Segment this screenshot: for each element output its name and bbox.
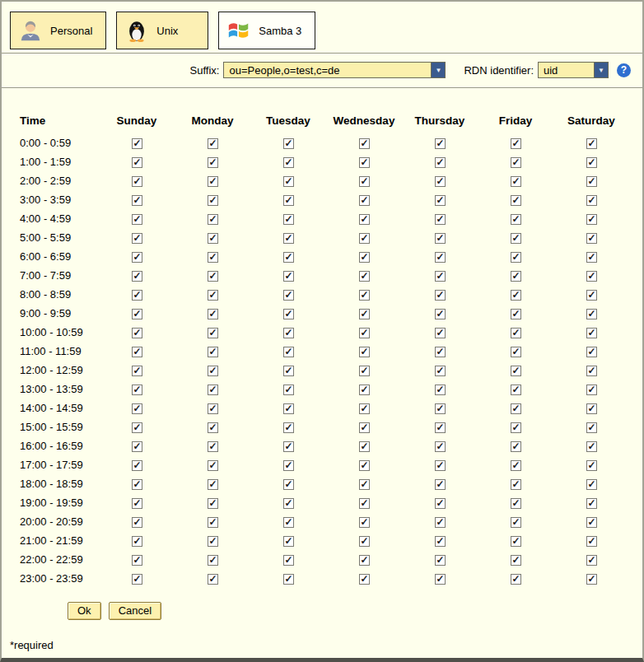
checkbox-sunday[interactable] <box>132 555 142 566</box>
checkbox-sunday[interactable] <box>132 441 142 452</box>
checkbox-saturday[interactable] <box>586 252 597 263</box>
checkbox-thursday[interactable] <box>435 328 446 338</box>
checkbox-sunday[interactable] <box>132 498 142 509</box>
checkbox-sunday[interactable] <box>132 195 142 206</box>
checkbox-friday[interactable] <box>511 422 521 433</box>
checkbox-monday[interactable] <box>208 195 218 206</box>
checkbox-wednesday[interactable] <box>359 555 370 566</box>
checkbox-wednesday[interactable] <box>359 517 370 528</box>
checkbox-sunday[interactable] <box>132 214 142 225</box>
checkbox-monday[interactable] <box>208 138 218 149</box>
checkbox-tuesday[interactable] <box>283 555 294 566</box>
checkbox-wednesday[interactable] <box>359 195 370 206</box>
checkbox-saturday[interactable] <box>586 290 597 301</box>
dropdown-arrow-icon[interactable]: ▼ <box>594 63 608 77</box>
checkbox-thursday[interactable] <box>435 157 446 168</box>
checkbox-tuesday[interactable] <box>283 233 294 244</box>
checkbox-saturday[interactable] <box>586 309 597 319</box>
checkbox-wednesday[interactable] <box>359 157 370 168</box>
checkbox-wednesday[interactable] <box>359 233 370 244</box>
checkbox-tuesday[interactable] <box>283 252 294 263</box>
checkbox-wednesday[interactable] <box>359 176 370 187</box>
checkbox-sunday[interactable] <box>132 138 142 149</box>
checkbox-monday[interactable] <box>208 233 218 244</box>
checkbox-saturday[interactable] <box>586 555 597 566</box>
checkbox-monday[interactable] <box>208 347 218 357</box>
checkbox-sunday[interactable] <box>132 271 142 282</box>
checkbox-friday[interactable] <box>511 233 521 244</box>
checkbox-saturday[interactable] <box>586 271 597 282</box>
checkbox-thursday[interactable] <box>435 460 446 471</box>
checkbox-thursday[interactable] <box>435 176 446 187</box>
checkbox-tuesday[interactable] <box>283 479 294 490</box>
checkbox-saturday[interactable] <box>586 460 597 471</box>
checkbox-saturday[interactable] <box>586 517 597 528</box>
checkbox-saturday[interactable] <box>586 233 597 244</box>
checkbox-friday[interactable] <box>511 195 521 206</box>
checkbox-saturday[interactable] <box>586 536 597 547</box>
checkbox-wednesday[interactable] <box>359 385 370 395</box>
checkbox-thursday[interactable] <box>435 555 446 566</box>
tab-unix[interactable]: Unix <box>116 12 208 49</box>
checkbox-monday[interactable] <box>208 271 218 282</box>
checkbox-tuesday[interactable] <box>283 460 294 471</box>
checkbox-friday[interactable] <box>511 157 521 168</box>
cancel-button[interactable]: Cancel <box>109 602 161 620</box>
checkbox-sunday[interactable] <box>132 366 142 376</box>
checkbox-friday[interactable] <box>511 252 521 263</box>
checkbox-friday[interactable] <box>511 403 521 414</box>
checkbox-saturday[interactable] <box>586 328 597 338</box>
checkbox-friday[interactable] <box>511 290 521 301</box>
checkbox-tuesday[interactable] <box>283 309 294 319</box>
checkbox-saturday[interactable] <box>586 574 597 585</box>
checkbox-thursday[interactable] <box>435 214 446 225</box>
checkbox-thursday[interactable] <box>435 517 446 528</box>
help-icon[interactable]: ? <box>617 63 631 77</box>
checkbox-friday[interactable] <box>511 498 521 509</box>
checkbox-thursday[interactable] <box>435 290 446 301</box>
checkbox-thursday[interactable] <box>435 536 446 547</box>
checkbox-friday[interactable] <box>511 328 521 338</box>
checkbox-wednesday[interactable] <box>359 574 370 585</box>
checkbox-friday[interactable] <box>511 460 521 471</box>
checkbox-wednesday[interactable] <box>359 214 370 225</box>
tab-samba3[interactable]: Samba 3 <box>218 12 315 49</box>
checkbox-wednesday[interactable] <box>359 138 370 149</box>
checkbox-sunday[interactable] <box>132 176 142 187</box>
checkbox-sunday[interactable] <box>132 252 142 263</box>
checkbox-tuesday[interactable] <box>283 195 294 206</box>
checkbox-thursday[interactable] <box>435 347 446 357</box>
checkbox-sunday[interactable] <box>132 422 142 433</box>
checkbox-friday[interactable] <box>511 271 521 282</box>
checkbox-sunday[interactable] <box>132 403 142 414</box>
checkbox-saturday[interactable] <box>586 138 597 149</box>
checkbox-monday[interactable] <box>208 403 218 414</box>
checkbox-saturday[interactable] <box>586 195 597 206</box>
checkbox-friday[interactable] <box>511 555 521 566</box>
checkbox-friday[interactable] <box>511 176 521 187</box>
checkbox-saturday[interactable] <box>586 479 597 490</box>
checkbox-wednesday[interactable] <box>359 441 370 452</box>
checkbox-tuesday[interactable] <box>283 366 294 376</box>
checkbox-wednesday[interactable] <box>359 403 370 414</box>
rdn-identifier-select[interactable]: uid ▼ <box>538 62 609 78</box>
checkbox-friday[interactable] <box>511 441 521 452</box>
checkbox-thursday[interactable] <box>435 309 446 319</box>
checkbox-tuesday[interactable] <box>283 328 294 338</box>
checkbox-sunday[interactable] <box>132 460 142 471</box>
ok-button[interactable]: Ok <box>68 602 101 620</box>
checkbox-tuesday[interactable] <box>283 176 294 187</box>
checkbox-monday[interactable] <box>208 328 218 338</box>
checkbox-wednesday[interactable] <box>359 479 370 490</box>
checkbox-sunday[interactable] <box>132 347 142 357</box>
checkbox-thursday[interactable] <box>435 252 446 263</box>
checkbox-friday[interactable] <box>511 385 521 395</box>
checkbox-friday[interactable] <box>511 366 521 376</box>
checkbox-sunday[interactable] <box>132 574 142 585</box>
checkbox-monday[interactable] <box>208 366 218 376</box>
checkbox-wednesday[interactable] <box>359 271 370 282</box>
checkbox-sunday[interactable] <box>132 290 142 301</box>
checkbox-friday[interactable] <box>511 309 521 319</box>
checkbox-tuesday[interactable] <box>283 422 294 433</box>
checkbox-monday[interactable] <box>208 176 218 187</box>
